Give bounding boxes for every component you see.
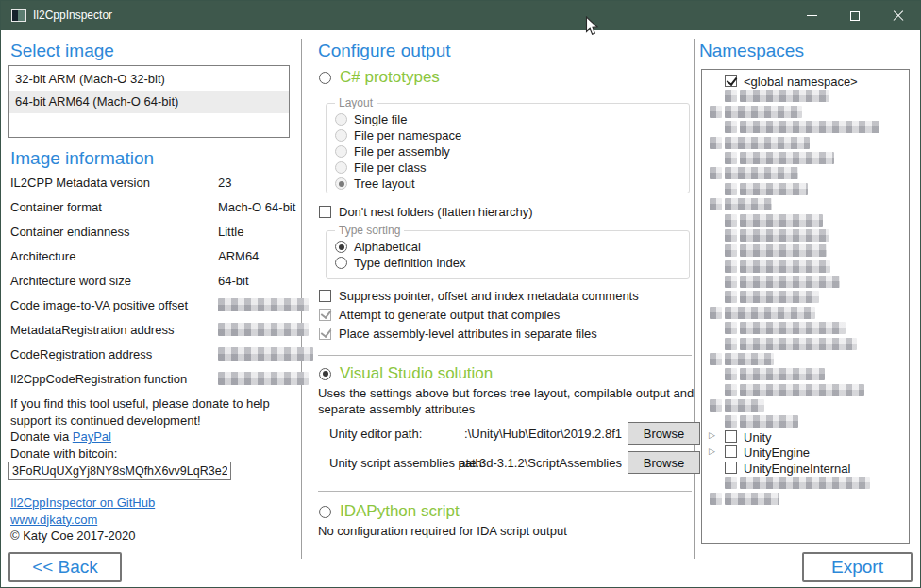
- namespace-row[interactable]: ▷: [702, 383, 909, 398]
- visual-studio-radio[interactable]: [319, 368, 331, 380]
- namespace-row[interactable]: ▷: [702, 105, 909, 120]
- namespace-row[interactable]: ▷: [702, 321, 909, 336]
- layout-radio[interactable]: [335, 113, 347, 126]
- option-checkbox[interactable]: [319, 309, 331, 321]
- namespace-checkbox[interactable]: [725, 462, 737, 474]
- option-checkbox-row[interactable]: Attempt to generate output that compiles: [319, 305, 639, 324]
- layout-radio[interactable]: [335, 177, 347, 190]
- namespace-row[interactable]: ▷: [702, 213, 909, 228]
- layout-option-row[interactable]: File per assembly: [335, 143, 689, 160]
- namespace-row[interactable]: ▷: [702, 120, 909, 135]
- redacted-text: [725, 493, 779, 505]
- close-button[interactable]: [877, 1, 920, 30]
- app-icon: [11, 9, 26, 22]
- info-value: ARM64: [218, 249, 259, 263]
- info-row: IL2CPP Metadata version 23: [10, 172, 293, 196]
- layout-radio[interactable]: [335, 145, 347, 158]
- namespace-row[interactable]: ▷: [702, 367, 909, 382]
- redacted-checkbox: [725, 368, 737, 380]
- expand-arrow-icon[interactable]: ▷: [709, 430, 715, 440]
- back-button[interactable]: << Back: [8, 552, 122, 582]
- option-checkbox-row[interactable]: Suppress pointer, offset and index metad…: [319, 286, 639, 305]
- browse-script-button[interactable]: Browse: [628, 451, 700, 474]
- minimize-button[interactable]: [790, 1, 833, 30]
- namespace-row[interactable]: ▷: [702, 275, 909, 290]
- namespace-row[interactable]: ▷: [702, 290, 909, 305]
- website-link[interactable]: www.djkaty.com: [10, 512, 97, 527]
- namespace-label: UnityEngineInternal: [744, 462, 850, 476]
- sorting-option-row[interactable]: Alphabetical: [335, 239, 689, 255]
- namespace-checkbox[interactable]: [725, 445, 737, 458]
- namespace-row[interactable]: ▷: [702, 398, 909, 413]
- option-checkbox[interactable]: [319, 328, 331, 340]
- namespace-row[interactable]: ▷: [702, 166, 909, 181]
- namespace-row[interactable]: ▷: [702, 151, 909, 166]
- redacted-checkbox: [725, 260, 737, 273]
- redacted-text: [725, 353, 774, 365]
- idapython-option[interactable]: IDAPython script: [319, 501, 460, 522]
- namespace-row[interactable]: ▷: [702, 260, 909, 275]
- namespace-row[interactable]: ▷: [702, 244, 909, 259]
- idapython-radio[interactable]: [319, 506, 331, 518]
- layout-groupbox: Layout Single file File per namespace Fi…: [326, 103, 690, 193]
- sorting-option-row[interactable]: Type definition index: [335, 255, 689, 271]
- option-checkbox-row[interactable]: Place assembly-level attributes in separ…: [319, 324, 639, 343]
- image-information-heading: Image information: [10, 148, 154, 169]
- image-listbox[interactable]: 32-bit ARM (Mach-O 32-bit)64-bit ARM64 (…: [8, 65, 290, 138]
- visual-studio-option[interactable]: Visual Studio solution: [319, 363, 493, 384]
- vs-description-line-1: Uses the settings above but forces tree …: [318, 385, 695, 401]
- info-value: 64-bit: [218, 274, 249, 288]
- sorting-radio[interactable]: [335, 257, 347, 269]
- option-checkbox-label: Attempt to generate output that compiles: [339, 308, 560, 322]
- namespace-row[interactable]: ▷: [702, 89, 909, 104]
- csharp-prototypes-radio[interactable]: [319, 72, 331, 84]
- info-label: Architecture word size: [10, 274, 131, 288]
- csharp-prototypes-option[interactable]: C# prototypes: [319, 67, 440, 88]
- option-checkbox[interactable]: [319, 290, 331, 302]
- maximize-button[interactable]: [833, 1, 877, 30]
- namespace-row[interactable]: ▷ UnityEngineInternal: [702, 461, 909, 476]
- namespace-row[interactable]: ▷: [702, 182, 909, 197]
- namespace-row[interactable]: ▷: [702, 306, 909, 321]
- flatten-hierarchy-option[interactable]: Don't nest folders (flatten hierarchy): [319, 202, 533, 221]
- browse-editor-button[interactable]: Browse: [628, 422, 700, 445]
- expand-arrow-icon[interactable]: ▷: [709, 446, 715, 456]
- namespace-row[interactable]: ▷: [702, 197, 909, 212]
- layout-radio[interactable]: [335, 129, 347, 142]
- redacted-text: [740, 276, 840, 288]
- donate-paypal-line: Donate via PayPal: [10, 428, 293, 445]
- image-list-item[interactable]: 32-bit ARM (Mach-O 32-bit): [9, 68, 289, 91]
- namespaces-tree[interactable]: ▷ <global namespace> ▷ ▷ ▷ ▷: [701, 69, 910, 544]
- paypal-link[interactable]: PayPal: [73, 429, 111, 444]
- redacted-value: [218, 298, 309, 311]
- namespace-row[interactable]: ▷: [702, 337, 909, 352]
- namespace-row[interactable]: ▷: [702, 228, 909, 244]
- namespace-row[interactable]: ▷: [702, 476, 909, 491]
- namespace-row[interactable]: ▷ <global namespace>: [702, 74, 909, 89]
- namespace-checkbox[interactable]: [725, 430, 737, 443]
- sorting-radio[interactable]: [335, 241, 347, 253]
- layout-option-row[interactable]: File per namespace: [335, 127, 689, 143]
- redacted-value: [218, 372, 309, 385]
- layout-radio[interactable]: [335, 161, 347, 174]
- namespace-row[interactable]: ▷ Unity: [702, 429, 909, 445]
- namespace-row[interactable]: ▷: [702, 352, 909, 367]
- layout-option-row[interactable]: Tree layout: [335, 176, 689, 192]
- flatten-hierarchy-checkbox[interactable]: [319, 206, 331, 218]
- export-button[interactable]: Export: [802, 552, 913, 582]
- namespace-row[interactable]: ▷ UnityEngine: [702, 445, 909, 460]
- namespace-row[interactable]: ▷: [702, 492, 909, 507]
- namespace-row[interactable]: ▷: [702, 136, 909, 151]
- donate-via-text: Donate via: [10, 429, 73, 444]
- image-list-item[interactable]: 64-bit ARM64 (Mach-O 64-bit): [9, 91, 289, 113]
- flatten-hierarchy-label: Don't nest folders (flatten hierarchy): [339, 205, 533, 219]
- layout-option-row[interactable]: Single file: [335, 111, 689, 127]
- type-sorting-options: Alphabetical Type definition index: [335, 239, 689, 271]
- bitcoin-address-input[interactable]: [8, 462, 231, 480]
- namespace-row[interactable]: ▷: [702, 414, 909, 429]
- layout-option-row[interactable]: File per class: [335, 160, 689, 176]
- namespace-label: Unity: [744, 430, 772, 445]
- namespace-checkbox[interactable]: [725, 75, 737, 87]
- info-label: IL2CPP Metadata version: [10, 176, 150, 190]
- github-link[interactable]: Il2CppInspector on GitHub: [10, 496, 155, 510]
